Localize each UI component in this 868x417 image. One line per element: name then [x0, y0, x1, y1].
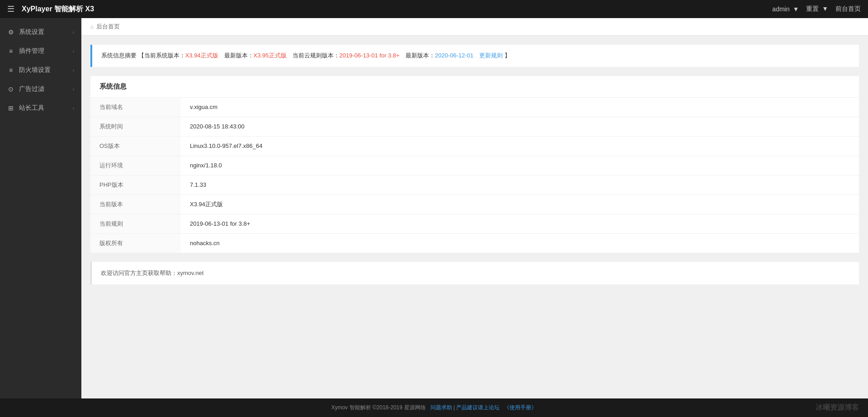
banner-prefix: 系统信息摘要 【当前系统版本： — [101, 52, 185, 59]
welcome-box: 欢迎访问官方主页获取帮助：xymov.net — [90, 262, 859, 284]
top-navigation: ☰ XyPlayer 智能解析 X3 admin ▼ 重置 ▼ 前台首页 — [0, 0, 868, 18]
row-value: nginx/1.18.0 — [181, 156, 859, 175]
sidebar-label-webmaster-tools: 站长工具 — [19, 104, 44, 112]
table-row: PHP版本7.1.33 — [90, 175, 859, 194]
chevron-right-icon-3: ‹ — [73, 68, 74, 73]
row-value: 7.1.33 — [181, 175, 859, 194]
admin-dropdown-arrow: ▼ — [793, 5, 799, 13]
admin-dropdown[interactable]: admin ▼ — [772, 5, 799, 13]
sidebar-item-ad-filter[interactable]: ⊙ 广告过滤 ‹ — [0, 80, 81, 99]
sidebar-label-ad-filter: 广告过滤 — [19, 85, 44, 93]
chevron-right-icon-2: ‹ — [73, 49, 74, 54]
app-title: XyPlayer 智能解析 X3 — [22, 5, 772, 14]
row-value: 2020-08-15 18:43:00 — [181, 117, 859, 136]
ad-filter-icon: ⊙ — [7, 85, 14, 93]
row-label: 当前域名 — [90, 98, 181, 117]
banner-current-rule: 2019-06-13-01 for 3.8+ — [340, 52, 400, 59]
sidebar-label-system-settings: 系统设置 — [19, 28, 44, 36]
sidebar-item-plugin-management[interactable]: ≡ 插件管理 ‹ — [0, 42, 81, 61]
gear-icon: ⚙ — [7, 28, 14, 36]
banner-suffix: 】 — [503, 52, 510, 59]
table-row: 运行环境nginx/1.18.0 — [90, 156, 859, 175]
row-value[interactable]: 2019-06-13-01 for 3.8+ — [181, 214, 859, 233]
footer-watermark: 冰曦资源博客 — [816, 403, 859, 412]
banner-rule-latest-prefix: 最新版本： — [400, 52, 435, 59]
banner-latest-rule: 2020-06-12-01 — [435, 52, 473, 59]
menu-toggle-button[interactable]: ☰ — [7, 4, 14, 14]
chevron-right-icon-5: ‹ — [73, 106, 74, 111]
sidebar-item-system-settings[interactable]: ⚙ 系统设置 ‹ — [0, 23, 81, 42]
sidebar-item-webmaster-tools[interactable]: ⊞ 站长工具 ‹ — [0, 99, 81, 118]
inner-content: 系统信息摘要 【当前系统版本：X3.94正式版 最新版本：X3.95正式版 当前… — [81, 36, 868, 294]
row-label: 当前规则 — [90, 214, 181, 233]
banner-latest-prefix: 最新版本： — [218, 52, 254, 59]
topnav-right: admin ▼ 重置 ▼ 前台首页 — [772, 5, 861, 13]
update-rules-link[interactable]: 更新规则 — [479, 52, 503, 59]
system-info-panel: 系统信息 当前域名v.xigua.cm系统时间2020-08-15 18:43:… — [90, 76, 859, 253]
system-info-table: 当前域名v.xigua.cm系统时间2020-08-15 18:43:00OS版… — [90, 98, 859, 253]
footer-suggestion-link[interactable]: 产品建议请上论坛 — [456, 404, 500, 411]
reset-dropdown-arrow: ▼ — [822, 5, 828, 12]
welcome-text: 欢迎访问官方主页获取帮助：xymov.net — [101, 270, 203, 276]
plugin-icon: ≡ — [7, 47, 14, 55]
footer-wrapper: Xymov 智能解析 ©2018-2019 星源网络 问题求助 | 产品建议请上… — [0, 398, 868, 417]
sidebar: ⚙ 系统设置 ‹ ≡ 插件管理 ‹ ≡ 防火墙设置 ‹ ⊙ 广告过滤 ‹ — [0, 18, 81, 398]
breadcrumb: ⌂ 后台首页 — [81, 18, 868, 36]
panel-title: 系统信息 — [90, 76, 859, 98]
row-value: v.xigua.cm — [181, 98, 859, 117]
footer-manual-link[interactable]: 《使用手册》 — [504, 404, 537, 411]
row-label: 当前版本 — [90, 194, 181, 214]
row-label: 系统时间 — [90, 117, 181, 136]
row-value: Linux3.10.0-957.el7.x86_64 — [181, 136, 859, 156]
main-content: ⌂ 后台首页 系统信息摘要 【当前系统版本：X3.94正式版 最新版本：X3.9… — [81, 18, 868, 398]
sidebar-label-plugin-management: 插件管理 — [19, 47, 44, 55]
banner-current-version: X3.94正式版 — [185, 52, 218, 59]
table-row: 版权所有nohacks.cn — [90, 233, 859, 253]
table-row: 当前域名v.xigua.cm — [90, 98, 859, 117]
firewall-icon: ≡ — [7, 66, 14, 74]
row-value[interactable]: X3.94正式版 — [181, 194, 859, 214]
table-row: 当前版本X3.94正式版 — [90, 194, 859, 214]
banner-rule-prefix: 当前云规则版本： — [287, 52, 340, 59]
row-value[interactable]: nohacks.cn — [181, 233, 859, 253]
row-label: PHP版本 — [90, 175, 181, 194]
webmaster-icon: ⊞ — [7, 104, 14, 112]
table-row: OS版本Linux3.10.0-957.el7.x86_64 — [90, 136, 859, 156]
row-label: 版权所有 — [90, 233, 181, 253]
footer-copyright: Xymov 智能解析 ©2018-2019 星源网络 — [331, 404, 426, 411]
chevron-right-icon: ‹ — [73, 30, 74, 35]
banner-latest-version: X3.95正式版 — [254, 52, 287, 59]
sidebar-label-firewall-settings: 防火墙设置 — [19, 66, 51, 74]
home-icon: ⌂ — [90, 24, 94, 30]
chevron-right-icon-4: ‹ — [73, 87, 74, 92]
row-label: OS版本 — [90, 136, 181, 156]
banner-space — [473, 52, 479, 59]
main-layout: ⚙ 系统设置 ‹ ≡ 插件管理 ‹ ≡ 防火墙设置 ‹ ⊙ 广告过滤 ‹ — [0, 18, 868, 398]
sidebar-item-firewall-settings[interactable]: ≡ 防火墙设置 ‹ — [0, 61, 81, 80]
info-banner: 系统信息摘要 【当前系统版本：X3.94正式版 最新版本：X3.95正式版 当前… — [90, 45, 859, 67]
breadcrumb-current: 后台首页 — [96, 23, 120, 31]
table-row: 当前规则2019-06-13-01 for 3.8+ — [90, 214, 859, 233]
footer-help-link[interactable]: 问题求助 — [430, 404, 452, 411]
row-label: 运行环境 — [90, 156, 181, 175]
footer: Xymov 智能解析 ©2018-2019 星源网络 问题求助 | 产品建议请上… — [0, 398, 868, 417]
table-row: 系统时间2020-08-15 18:43:00 — [90, 117, 859, 136]
frontend-link[interactable]: 前台首页 — [835, 5, 861, 13]
reset-dropdown[interactable]: 重置 ▼ — [806, 5, 828, 13]
